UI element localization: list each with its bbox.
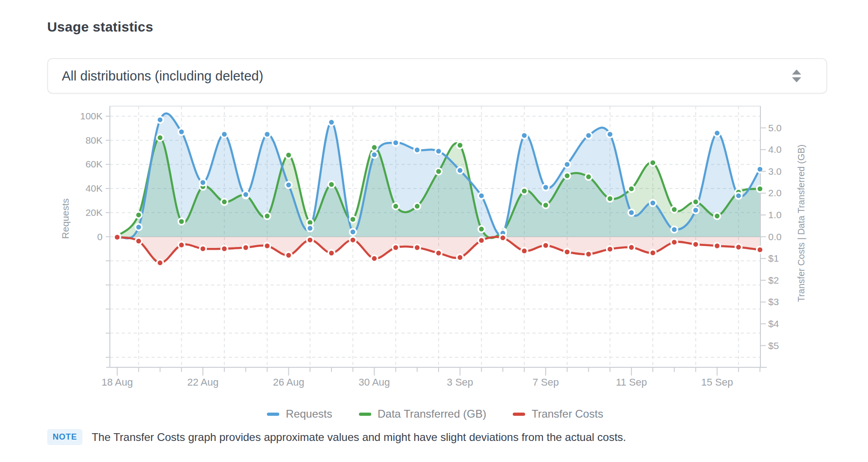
data-transferred-gb-point[interactable] <box>435 168 442 175</box>
requests-point[interactable] <box>735 193 742 199</box>
transfer-costs-point[interactable] <box>200 246 206 252</box>
data-transferred-gb-point[interactable] <box>178 218 184 225</box>
legend-item-transfer-costs[interactable]: Transfer Costs <box>513 408 603 420</box>
transfer-costs-point[interactable] <box>628 244 635 251</box>
transfer-costs-point[interactable] <box>650 250 656 256</box>
transfer-costs-point[interactable] <box>757 247 763 253</box>
data-transferred-gb-point[interactable] <box>285 152 292 158</box>
data-transferred-gb-point[interactable] <box>671 206 678 213</box>
requests-point[interactable] <box>564 161 570 167</box>
transfer-costs-point[interactable] <box>221 246 228 252</box>
requests-point[interactable] <box>628 210 635 216</box>
left-axis-tick-label: 80K <box>86 135 103 145</box>
x-axis-date-label: 15 Sep <box>701 376 733 388</box>
legend-item-requests[interactable]: Requests <box>267 408 332 420</box>
transfer-costs-point[interactable] <box>671 239 678 245</box>
transfer-costs-point[interactable] <box>714 242 720 249</box>
data-transferred-gb-point[interactable] <box>650 160 656 166</box>
transfer-costs-point[interactable] <box>114 234 120 240</box>
transfer-costs-point[interactable] <box>586 251 592 258</box>
data-transferred-gb-point[interactable] <box>136 212 142 218</box>
data-transferred-gb-point[interactable] <box>371 144 378 150</box>
data-transferred-gb-point[interactable] <box>221 199 228 205</box>
data-transferred-gb-point[interactable] <box>564 172 570 179</box>
requests-point[interactable] <box>542 184 549 190</box>
right-axis-gb-tick-label: 2.0 <box>768 188 781 198</box>
requests-point[interactable] <box>607 131 613 138</box>
requests-point[interactable] <box>371 151 378 158</box>
transfer-costs-point[interactable] <box>435 250 442 256</box>
usage-chart[interactable]: 100K80K60K40K20K05.04.03.02.01.00.0$1$2$… <box>0 0 868 462</box>
requests-point[interactable] <box>178 129 184 135</box>
requests-point[interactable] <box>414 147 420 153</box>
data-transferred-gb-point[interactable] <box>157 134 163 141</box>
requests-point[interactable] <box>392 140 399 146</box>
right-axis-cost-tick-label: $5 <box>768 340 779 351</box>
requests-point[interactable] <box>435 148 442 154</box>
requests-legend-marker <box>267 413 279 416</box>
transfer-costs-point[interactable] <box>607 246 613 252</box>
x-axis-date-label: 22 Aug <box>187 376 219 388</box>
transfer-costs-point[interactable] <box>542 242 549 249</box>
requests-point[interactable] <box>221 131 228 138</box>
transfer-costs-point[interactable] <box>136 238 142 244</box>
data-transferred-gb-point[interactable] <box>757 186 763 192</box>
left-axis-title: Requests <box>60 199 71 239</box>
data-transferred-gb-point[interactable] <box>607 195 613 202</box>
right-axis-cost-tick-label: $1 <box>768 253 779 263</box>
requests-point[interactable] <box>693 207 699 214</box>
transfer-costs-point[interactable] <box>243 244 249 251</box>
data-transferred-gb-point[interactable] <box>628 186 635 192</box>
transfer-costs-legend-label: Transfer Costs <box>532 408 603 420</box>
requests-point[interactable] <box>157 117 163 123</box>
data-transferred-gb-point[interactable] <box>414 203 420 210</box>
transfer-costs-point[interactable] <box>499 235 506 241</box>
right-axis-gb-tick-label: 0.0 <box>768 231 781 242</box>
requests-point[interactable] <box>264 131 271 138</box>
requests-point[interactable] <box>307 225 313 231</box>
transfer-costs-point[interactable] <box>521 247 527 254</box>
transfer-costs-point[interactable] <box>693 241 699 247</box>
data-transferred-gb-point[interactable] <box>264 213 271 219</box>
data-transferred-gb-point[interactable] <box>350 216 356 222</box>
data-transferred-gb-point[interactable] <box>693 199 699 205</box>
x-axis-date-label: 11 Sep <box>616 376 647 388</box>
requests-point[interactable] <box>714 130 720 136</box>
data-transferred-gb-point[interactable] <box>521 188 527 194</box>
transfer-costs-point[interactable] <box>564 249 570 255</box>
transfer-costs-point[interactable] <box>157 260 163 266</box>
requests-point[interactable] <box>136 224 142 230</box>
data-transferred-gb-point[interactable] <box>392 203 399 210</box>
requests-point[interactable] <box>586 132 592 139</box>
requests-point[interactable] <box>457 167 463 174</box>
data-transferred-gb-point[interactable] <box>542 202 549 208</box>
data-transferred-gb-point[interactable] <box>478 226 485 232</box>
transfer-costs-point[interactable] <box>285 252 292 258</box>
transfer-costs-point[interactable] <box>478 237 485 244</box>
transfer-costs-point[interactable] <box>264 242 271 249</box>
transfer-costs-point[interactable] <box>328 250 335 256</box>
transfer-costs-point[interactable] <box>735 244 742 250</box>
transfer-costs-point[interactable] <box>392 244 399 251</box>
requests-point[interactable] <box>328 119 335 125</box>
transfer-costs-point[interactable] <box>178 242 184 248</box>
requests-point[interactable] <box>285 182 292 188</box>
data-transferred-gb-point[interactable] <box>328 181 335 188</box>
requests-point[interactable] <box>671 226 678 233</box>
transfer-costs-point[interactable] <box>350 237 356 243</box>
requests-point[interactable] <box>521 132 527 139</box>
legend-item-data-transferred[interactable]: Data Transferred (GB) <box>359 408 486 420</box>
requests-point[interactable] <box>243 191 249 198</box>
requests-point[interactable] <box>650 200 656 206</box>
transfer-costs-point[interactable] <box>414 244 420 251</box>
transfer-costs-legend-marker <box>513 413 525 416</box>
transfer-costs-point[interactable] <box>371 255 378 262</box>
requests-point[interactable] <box>478 193 485 199</box>
transfer-costs-point[interactable] <box>307 237 313 243</box>
requests-point[interactable] <box>350 229 356 235</box>
transfer-costs-point[interactable] <box>457 254 463 261</box>
requests-point[interactable] <box>200 179 206 186</box>
data-transferred-gb-point[interactable] <box>457 142 463 149</box>
data-transferred-gb-point[interactable] <box>586 174 592 180</box>
data-transferred-gb-point[interactable] <box>714 213 720 219</box>
